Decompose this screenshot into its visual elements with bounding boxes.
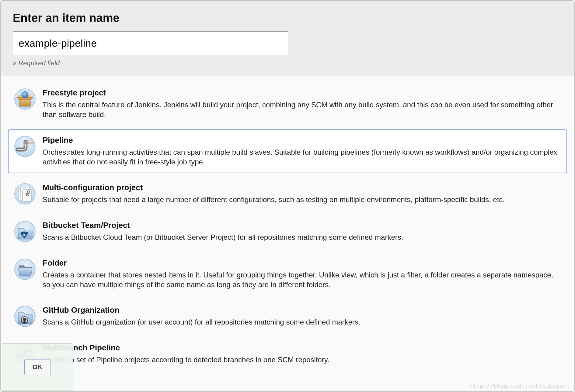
type-title: Multi-configuration project	[43, 183, 505, 192]
type-description: Scans a Bitbucket Cloud Team (or Bitbuck…	[43, 232, 403, 242]
type-option-github-organization[interactable]: GitHub Organization Scans a GitHub organ…	[8, 299, 567, 333]
type-title: Pipeline	[43, 136, 561, 145]
type-option-freestyle[interactable]: Freestyle project This is the central fe…	[8, 82, 567, 126]
type-text: Folder Creates a container that stores n…	[43, 258, 561, 290]
new-item-page: Enter an item name » Required field	[0, 0, 575, 392]
svg-point-4	[22, 91, 28, 98]
type-description: Scans a GitHub organization (or user acc…	[43, 317, 360, 327]
svg-rect-6	[24, 140, 27, 144]
multi-configuration-icon	[14, 183, 36, 205]
type-description: Creates a container that stores nested i…	[43, 270, 561, 290]
type-option-pipeline[interactable]: Pipeline Orchestrates long-running activ…	[8, 129, 567, 173]
type-option-multi-configuration[interactable]: Multi-configuration project Suitable for…	[8, 177, 567, 211]
header-section: Enter an item name » Required field	[1, 1, 574, 76]
type-title: Bitbucket Team/Project	[43, 221, 403, 230]
svg-rect-1	[19, 100, 30, 106]
folder-icon	[14, 258, 36, 280]
svg-point-14	[23, 234, 26, 236]
svg-point-13	[21, 232, 28, 234]
type-text: Freestyle project This is the central fe…	[43, 88, 561, 120]
type-title: Freestyle project	[43, 88, 561, 98]
type-title: Multibranch Pipeline	[43, 343, 329, 352]
type-text: Multi-configuration project Suitable for…	[43, 183, 505, 205]
type-title: Folder	[43, 258, 561, 268]
type-description: This is the central feature of Jenkins. …	[43, 100, 561, 120]
type-description: Creates a set of Pipeline projects accor…	[43, 355, 329, 365]
type-option-folder[interactable]: Folder Creates a container that stores n…	[8, 252, 567, 296]
freestyle-project-icon	[14, 88, 36, 110]
type-option-multibranch-pipeline[interactable]: Multibranch Pipeline Creates a set of Pi…	[8, 337, 567, 371]
type-description: Suitable for projects that need a large …	[43, 195, 505, 205]
type-text: Multibranch Pipeline Creates a set of Pi…	[43, 343, 329, 365]
bitbucket-icon	[14, 221, 36, 242]
ok-panel: OK	[2, 343, 73, 391]
required-field-hint: » Required field	[13, 59, 562, 67]
item-name-input[interactable]	[13, 31, 288, 55]
watermark: http://blog.csdn.net/kikajack	[469, 383, 570, 389]
type-text: GitHub Organization Scans a GitHub organ…	[43, 305, 360, 327]
type-option-bitbucket[interactable]: Bitbucket Team/Project Scans a Bitbucket…	[8, 215, 567, 249]
item-type-list: Freestyle project This is the central fe…	[1, 76, 574, 371]
type-title: GitHub Organization	[43, 305, 360, 315]
page-title: Enter an item name	[13, 12, 562, 25]
type-description: Orchestrates long-running activities tha…	[43, 147, 561, 167]
type-text: Bitbucket Team/Project Scans a Bitbucket…	[43, 221, 403, 242]
github-organization-icon	[14, 305, 36, 327]
type-text: Pipeline Orchestrates long-running activ…	[43, 136, 561, 167]
pipeline-icon	[14, 136, 36, 157]
ok-button[interactable]: OK	[24, 359, 51, 375]
